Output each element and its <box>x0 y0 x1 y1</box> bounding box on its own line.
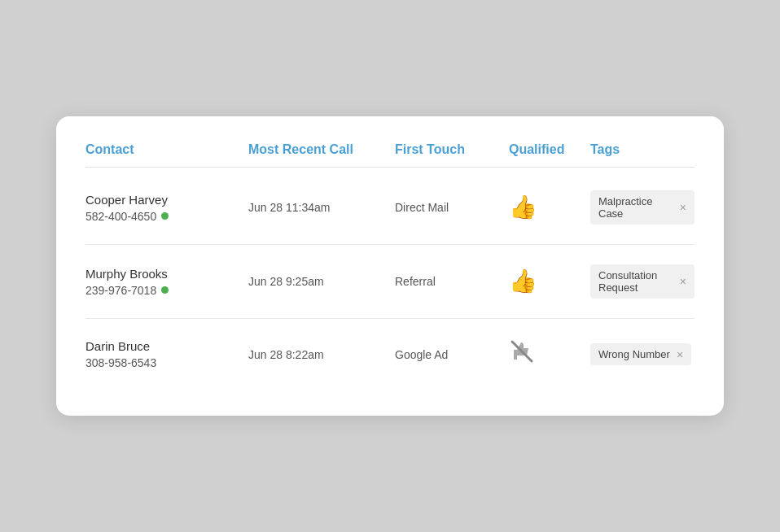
first-touch-2: Google Ad <box>395 348 509 361</box>
tag-remove-2[interactable]: × <box>677 349 683 360</box>
call-date-0: Jun 28 11:34am <box>248 201 395 214</box>
contact-cell-1: Murphy Brooks 239-976-7018 <box>85 267 248 297</box>
col-first-touch: First Touch <box>395 142 509 157</box>
contact-cell-2: Darin Bruce 308-958-6543 <box>85 339 248 369</box>
table-row: Cooper Harvey 582-400-4650 Jun 28 11:34a… <box>85 171 695 245</box>
tag-2: Wrong Number × <box>590 343 691 365</box>
online-indicator-0 <box>161 212 169 220</box>
first-touch-1: Referral <box>395 275 509 288</box>
tag-remove-1[interactable]: × <box>680 276 686 287</box>
contact-cell-0: Cooper Harvey 582-400-4650 <box>85 193 248 223</box>
tag-cell-1: Consultation Request × <box>590 264 695 299</box>
tag-label-1: Consultation Request <box>598 269 673 294</box>
col-qualified: Qualified <box>509 142 590 157</box>
call-date-1: Jun 28 9:25am <box>248 275 395 288</box>
qualified-cell-1: 👍 <box>509 270 590 293</box>
tag-1: Consultation Request × <box>590 264 695 299</box>
main-card: Contact Most Recent Call First Touch Qua… <box>56 116 724 416</box>
contact-name-1: Murphy Brooks <box>85 267 248 281</box>
thumbs-up-icon-0: 👍 <box>509 196 537 219</box>
table-header: Contact Most Recent Call First Touch Qua… <box>85 142 695 168</box>
tag-label-0: Malpractice Case <box>598 195 673 220</box>
tag-remove-0[interactable]: × <box>680 202 686 213</box>
table-row: Murphy Brooks 239-976-7018 Jun 28 9:25am… <box>85 245 695 319</box>
contact-name-0: Cooper Harvey <box>85 193 248 207</box>
thumbs-up-icon-1: 👍 <box>509 270 537 293</box>
col-tags: Tags <box>590 142 695 157</box>
contact-phone-2: 308-958-6543 <box>85 356 248 369</box>
tag-label-2: Wrong Number <box>598 348 670 360</box>
not-qualified-icon-2 <box>509 338 535 370</box>
first-touch-0: Direct Mail <box>395 201 509 214</box>
table-row: Darin Bruce 308-958-6543 Jun 28 8:22am G… <box>85 319 695 390</box>
qualified-cell-0: 👍 <box>509 196 590 219</box>
col-contact: Contact <box>85 142 248 157</box>
tag-cell-0: Malpractice Case × <box>590 190 695 225</box>
qualified-cell-2 <box>509 338 590 370</box>
tag-0: Malpractice Case × <box>590 190 695 225</box>
call-date-2: Jun 28 8:22am <box>248 348 395 361</box>
online-indicator-1 <box>161 286 169 294</box>
contact-phone-0: 582-400-4650 <box>85 210 248 223</box>
tag-cell-2: Wrong Number × <box>590 343 695 365</box>
contact-name-2: Darin Bruce <box>85 339 248 353</box>
col-most-recent-call: Most Recent Call <box>248 142 395 157</box>
contact-phone-1: 239-976-7018 <box>85 284 248 297</box>
